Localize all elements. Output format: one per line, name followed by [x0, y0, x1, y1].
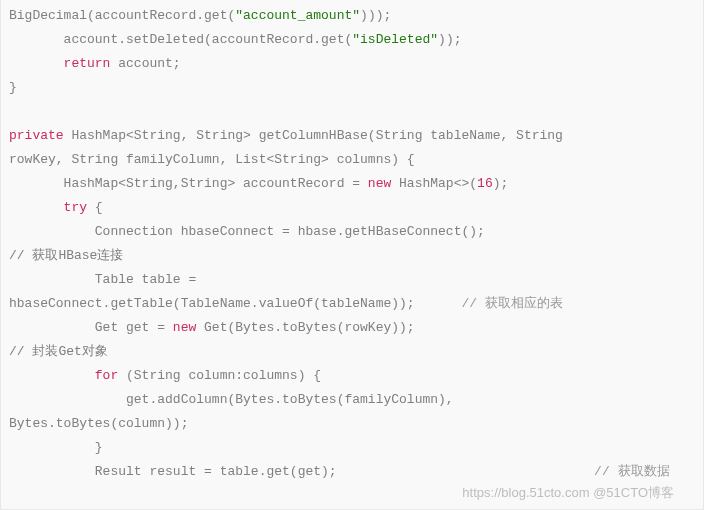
line-2: account.setDeleted(accountRecord.get("is…	[9, 32, 462, 47]
line-11: // 获取HBase连接	[9, 248, 123, 263]
line-17: get.addColumn(Bytes.toBytes(familyColumn…	[9, 392, 461, 407]
code-block: BigDecimal(accountRecord.get("account_am…	[0, 0, 704, 510]
line-8: HashMap<String,String> accountRecord = n…	[9, 176, 508, 191]
line-20: Result result = table.get(get); // 获取数据	[9, 464, 670, 479]
line-13: hbaseConnect.getTable(TableName.valueOf(…	[9, 296, 563, 311]
line-16: for (String column:columns) {	[9, 368, 321, 383]
line-10: Connection hbaseConnect = hbase.getHBase…	[9, 224, 610, 239]
line-3: return account;	[9, 56, 181, 71]
line-18: Bytes.toBytes(column));	[9, 416, 188, 431]
line-19: }	[9, 440, 103, 455]
line-6: private HashMap<String, String> getColum…	[9, 128, 571, 143]
line-7: rowKey, String familyColumn, List<String…	[9, 152, 415, 167]
line-14: Get get = new Get(Bytes.toBytes(rowKey))…	[9, 320, 618, 335]
line-12: Table table =	[9, 272, 204, 287]
line-4: }	[9, 80, 17, 95]
line-1: BigDecimal(accountRecord.get("account_am…	[9, 8, 391, 23]
line-15: // 封装Get对象	[9, 344, 108, 359]
line-9: try {	[9, 200, 103, 215]
